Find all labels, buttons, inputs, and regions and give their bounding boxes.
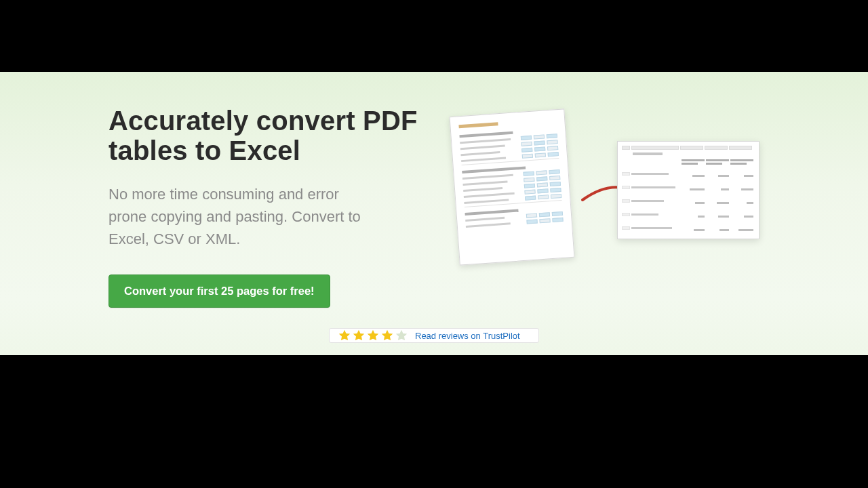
star-filled-icon [380, 329, 394, 342]
star-filled-icon [338, 329, 351, 342]
hero-text-column: Accurately convert PDF tables to Excel N… [108, 106, 420, 308]
reviews-bar: Read reviews on TrustPilot [329, 328, 539, 343]
conversion-illustration [441, 113, 760, 275]
pdf-table-icon [450, 108, 575, 265]
excel-grid-icon [617, 141, 760, 239]
page-subheadline: No more time consuming and error prone c… [108, 183, 366, 250]
trustpilot-reviews-link[interactable]: Read reviews on TrustPilot [415, 331, 520, 341]
convert-free-button[interactable]: Convert your first 25 pages for free! [108, 274, 330, 308]
star-filled-icon [366, 329, 380, 342]
letterbox-top [0, 0, 868, 72]
letterbox-bottom [0, 355, 868, 488]
star-empty-icon [395, 329, 408, 342]
page-headline: Accurately convert PDF tables to Excel [108, 106, 420, 165]
star-rating [338, 329, 408, 342]
hero-section: Accurately convert PDF tables to Excel N… [0, 72, 868, 355]
star-filled-icon [352, 329, 366, 342]
